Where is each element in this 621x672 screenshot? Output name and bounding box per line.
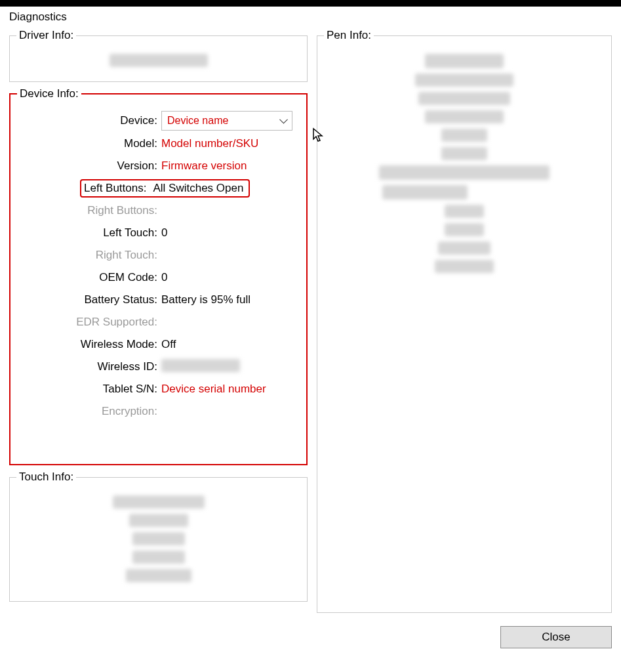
encryption-label: Encryption: (17, 405, 161, 418)
pen-info-blurred-2 (324, 74, 605, 87)
left-touch-label: Left Touch: (17, 226, 161, 240)
version-value: Firmware version (161, 159, 300, 173)
model-label: Model: (17, 137, 161, 150)
tablet-sn-row: Tablet S/N: Device serial number (17, 380, 300, 398)
driver-info-group: Driver Info: (9, 29, 308, 82)
window-top-border (0, 0, 621, 7)
pen-info-blurred-8 (324, 185, 605, 200)
touch-info-group: Touch Info: (9, 471, 308, 602)
left-touch-row: Left Touch: 0 (17, 224, 300, 242)
pen-info-blurred-3 (324, 92, 605, 105)
encryption-row: Encryption: (17, 402, 300, 421)
wireless-id-value (161, 359, 300, 375)
window-title: Diagnostics (0, 7, 621, 29)
version-label: Version: (17, 159, 161, 173)
device-row: Device: Device name (17, 111, 300, 131)
left-buttons-label: Left Buttons: (84, 182, 150, 195)
driver-info-blurred (16, 54, 300, 67)
oem-code-label: OEM Code: (17, 271, 161, 284)
pen-info-legend: Pen Info: (324, 29, 374, 42)
touch-info-blurred-4 (16, 551, 300, 564)
tablet-sn-label: Tablet S/N: (17, 383, 161, 396)
left-touch-value: 0 (161, 226, 300, 240)
pen-info-blurred-7 (324, 165, 605, 180)
device-select[interactable]: Device name (161, 111, 292, 131)
pen-info-blurred-9 (324, 205, 605, 218)
pen-info-blurred-11 (324, 242, 605, 255)
oem-code-row: OEM Code: 0 (17, 268, 300, 287)
touch-info-legend: Touch Info: (16, 471, 76, 484)
device-info-legend: Device Info: (17, 87, 81, 100)
driver-info-legend: Driver Info: (16, 29, 76, 42)
model-value: Model number/SKU (161, 137, 300, 150)
wireless-mode-value: Off (161, 338, 300, 351)
wireless-mode-label: Wireless Mode: (17, 338, 161, 351)
touch-info-blurred-1 (16, 495, 300, 509)
right-buttons-row: Right Buttons: (17, 201, 300, 220)
right-touch-row: Right Touch: (17, 246, 300, 264)
left-buttons-row: Left Buttons: All Switches Open (17, 179, 300, 198)
touch-info-blurred-3 (16, 532, 300, 545)
touch-info-blurred-5 (16, 569, 300, 582)
battery-status-row: Battery Status: Battery is 95% full (17, 291, 300, 309)
tablet-sn-value: Device serial number (161, 383, 300, 396)
close-button[interactable]: Close (500, 626, 612, 648)
version-row: Version: Firmware version (17, 157, 300, 175)
pen-info-blurred-6 (324, 147, 605, 160)
device-select-value: Device name (167, 115, 228, 127)
right-touch-label: Right Touch: (17, 249, 161, 262)
model-row: Model: Model number/SKU (17, 135, 300, 153)
oem-code-value: 0 (161, 271, 300, 284)
wireless-id-row: Wireless ID: (17, 358, 300, 376)
touch-info-blurred-2 (16, 514, 300, 527)
edr-supported-label: EDR Supported: (17, 316, 161, 329)
pen-info-blurred-5 (324, 129, 605, 142)
battery-status-label: Battery Status: (17, 293, 161, 306)
device-info-group: Device Info: Device: Device name Model: … (9, 87, 308, 465)
right-buttons-label: Right Buttons: (17, 204, 161, 217)
pen-info-blurred-12 (324, 260, 605, 273)
pen-info-blurred-10 (324, 223, 605, 236)
pen-info-group: Pen Info: (317, 29, 612, 613)
wireless-mode-row: Wireless Mode: Off (17, 335, 300, 354)
edr-supported-row: EDR Supported: (17, 313, 300, 331)
battery-status-value: Battery is 95% full (161, 293, 300, 306)
pen-info-blurred-4 (324, 110, 605, 123)
pen-info-blurred-1 (324, 54, 605, 68)
device-label: Device: (17, 114, 161, 127)
wireless-id-label: Wireless ID: (17, 360, 161, 373)
left-buttons-value: All Switches Open (153, 182, 243, 195)
